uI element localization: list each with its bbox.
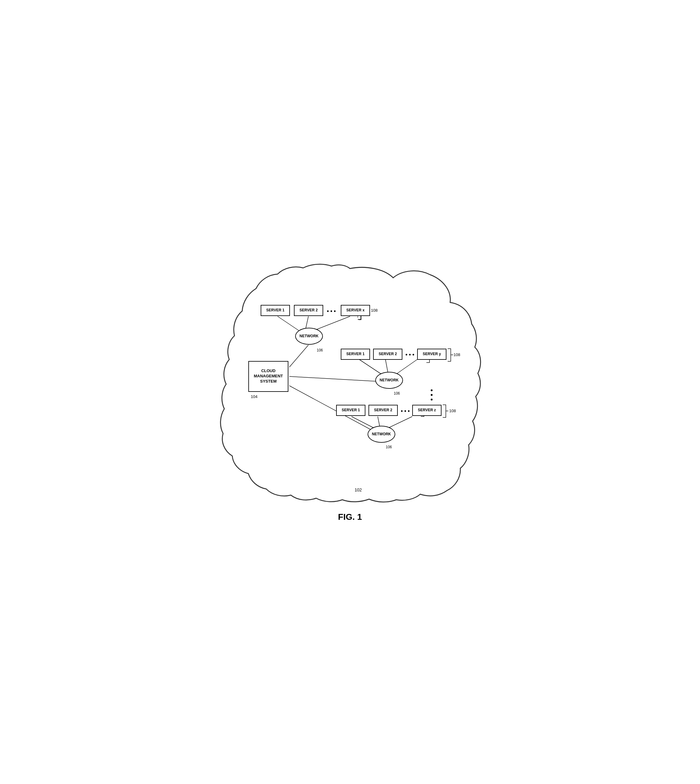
- network-bot: NETWORK: [368, 426, 395, 443]
- cms-label: CLOUD MANAGEMENT SYSTEM: [249, 368, 288, 384]
- server2-bot: SERVER 2: [368, 405, 398, 416]
- servery-mid: SERVER y: [417, 349, 447, 360]
- server2-top: SERVER 2: [294, 305, 323, 316]
- label-106-top: 106: [317, 348, 323, 353]
- label-106-mid: 106: [394, 391, 400, 396]
- serverz-bot: SERVER z: [412, 405, 442, 416]
- cloud-ref-label: 102: [355, 487, 362, 492]
- cms-box: CLOUD MANAGEMENT SYSTEM: [248, 361, 288, 392]
- brace108-top: 108: [371, 308, 378, 313]
- network-top: NETWORK: [295, 328, 323, 345]
- server1-mid: SERVER 1: [341, 349, 370, 360]
- cms-ref-label: 104: [251, 395, 258, 399]
- brace108-mid: 108: [453, 353, 460, 357]
- dots-bot: • • •: [401, 408, 410, 415]
- figure-caption: FIG. 1: [338, 512, 362, 522]
- dots-top: • • •: [327, 308, 336, 314]
- diagram-area: CLOUD MANAGEMENT SYSTEM 104 108 SERVER 1…: [218, 262, 482, 503]
- serverx-top: SERVER x: [341, 305, 370, 316]
- server2-mid: SERVER 2: [373, 349, 402, 360]
- server1-top: SERVER 1: [261, 305, 290, 316]
- dots-mid: • • •: [405, 351, 414, 358]
- network-mid: NETWORK: [375, 372, 403, 389]
- brace108-bot: 108: [449, 408, 456, 413]
- page-container: CLOUD MANAGEMENT SYSTEM 104 108 SERVER 1…: [212, 262, 488, 522]
- server1-bot: SERVER 1: [336, 405, 365, 416]
- label-106-bot: 106: [386, 445, 392, 449]
